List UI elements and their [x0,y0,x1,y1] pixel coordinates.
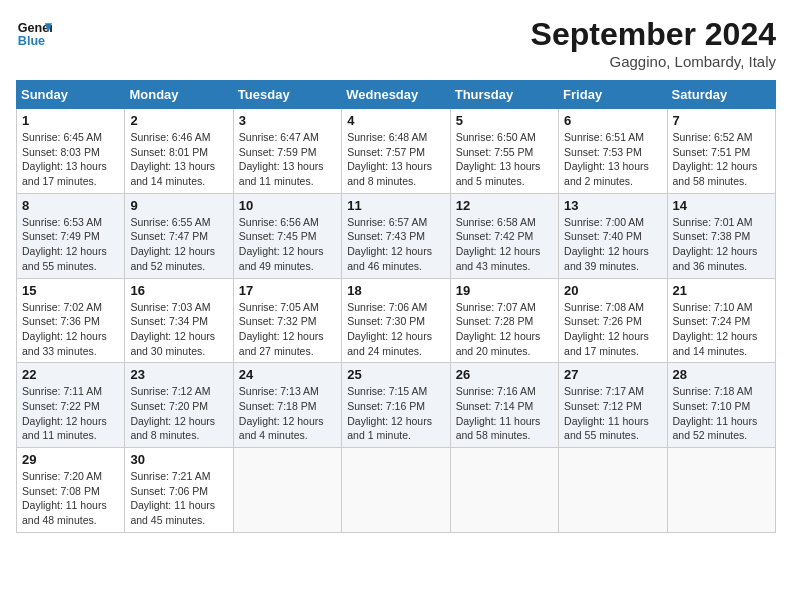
week-row-4: 22Sunrise: 7:11 AMSunset: 7:22 PMDayligh… [17,363,776,448]
day-info: Sunrise: 6:52 AMSunset: 7:51 PMDaylight:… [673,130,770,189]
day-info: Sunrise: 7:03 AMSunset: 7:34 PMDaylight:… [130,300,227,359]
day-cell: 25Sunrise: 7:15 AMSunset: 7:16 PMDayligh… [342,363,450,448]
day-number: 24 [239,367,336,382]
day-info: Sunrise: 6:53 AMSunset: 7:49 PMDaylight:… [22,215,119,274]
day-cell: 13Sunrise: 7:00 AMSunset: 7:40 PMDayligh… [559,193,667,278]
day-cell: 5Sunrise: 6:50 AMSunset: 7:55 PMDaylight… [450,109,558,194]
day-number: 9 [130,198,227,213]
day-info: Sunrise: 6:50 AMSunset: 7:55 PMDaylight:… [456,130,553,189]
day-cell: 29Sunrise: 7:20 AMSunset: 7:08 PMDayligh… [17,448,125,533]
day-cell: 21Sunrise: 7:10 AMSunset: 7:24 PMDayligh… [667,278,775,363]
day-number: 27 [564,367,661,382]
day-info: Sunrise: 7:16 AMSunset: 7:14 PMDaylight:… [456,384,553,443]
day-number: 29 [22,452,119,467]
day-cell: 2Sunrise: 6:46 AMSunset: 8:01 PMDaylight… [125,109,233,194]
day-info: Sunrise: 7:15 AMSunset: 7:16 PMDaylight:… [347,384,444,443]
day-number: 15 [22,283,119,298]
day-number: 3 [239,113,336,128]
day-info: Sunrise: 6:58 AMSunset: 7:42 PMDaylight:… [456,215,553,274]
day-info: Sunrise: 7:11 AMSunset: 7:22 PMDaylight:… [22,384,119,443]
day-info: Sunrise: 6:51 AMSunset: 7:53 PMDaylight:… [564,130,661,189]
week-row-1: 1Sunrise: 6:45 AMSunset: 8:03 PMDaylight… [17,109,776,194]
day-number: 26 [456,367,553,382]
day-info: Sunrise: 7:06 AMSunset: 7:30 PMDaylight:… [347,300,444,359]
day-info: Sunrise: 7:10 AMSunset: 7:24 PMDaylight:… [673,300,770,359]
day-info: Sunrise: 7:20 AMSunset: 7:08 PMDaylight:… [22,469,119,528]
column-header-saturday: Saturday [667,81,775,109]
day-cell: 14Sunrise: 7:01 AMSunset: 7:38 PMDayligh… [667,193,775,278]
day-number: 21 [673,283,770,298]
column-header-friday: Friday [559,81,667,109]
day-info: Sunrise: 6:47 AMSunset: 7:59 PMDaylight:… [239,130,336,189]
logo: General Blue [16,16,52,52]
day-info: Sunrise: 7:05 AMSunset: 7:32 PMDaylight:… [239,300,336,359]
day-number: 5 [456,113,553,128]
day-cell [450,448,558,533]
month-title: September 2024 [531,16,776,53]
day-cell: 19Sunrise: 7:07 AMSunset: 7:28 PMDayligh… [450,278,558,363]
day-number: 19 [456,283,553,298]
day-cell: 17Sunrise: 7:05 AMSunset: 7:32 PMDayligh… [233,278,341,363]
logo-icon: General Blue [16,16,52,52]
day-number: 16 [130,283,227,298]
day-cell: 24Sunrise: 7:13 AMSunset: 7:18 PMDayligh… [233,363,341,448]
day-number: 17 [239,283,336,298]
day-cell: 1Sunrise: 6:45 AMSunset: 8:03 PMDaylight… [17,109,125,194]
column-header-thursday: Thursday [450,81,558,109]
column-header-sunday: Sunday [17,81,125,109]
day-cell: 8Sunrise: 6:53 AMSunset: 7:49 PMDaylight… [17,193,125,278]
day-number: 2 [130,113,227,128]
day-number: 28 [673,367,770,382]
day-number: 4 [347,113,444,128]
day-cell [233,448,341,533]
day-info: Sunrise: 7:08 AMSunset: 7:26 PMDaylight:… [564,300,661,359]
day-cell: 18Sunrise: 7:06 AMSunset: 7:30 PMDayligh… [342,278,450,363]
day-cell: 26Sunrise: 7:16 AMSunset: 7:14 PMDayligh… [450,363,558,448]
column-header-tuesday: Tuesday [233,81,341,109]
day-info: Sunrise: 6:45 AMSunset: 8:03 PMDaylight:… [22,130,119,189]
day-info: Sunrise: 7:07 AMSunset: 7:28 PMDaylight:… [456,300,553,359]
day-number: 8 [22,198,119,213]
day-cell: 3Sunrise: 6:47 AMSunset: 7:59 PMDaylight… [233,109,341,194]
day-number: 22 [22,367,119,382]
day-info: Sunrise: 6:55 AMSunset: 7:47 PMDaylight:… [130,215,227,274]
day-cell: 12Sunrise: 6:58 AMSunset: 7:42 PMDayligh… [450,193,558,278]
day-cell: 15Sunrise: 7:02 AMSunset: 7:36 PMDayligh… [17,278,125,363]
day-cell: 4Sunrise: 6:48 AMSunset: 7:57 PMDaylight… [342,109,450,194]
day-info: Sunrise: 7:01 AMSunset: 7:38 PMDaylight:… [673,215,770,274]
day-info: Sunrise: 6:57 AMSunset: 7:43 PMDaylight:… [347,215,444,274]
week-row-3: 15Sunrise: 7:02 AMSunset: 7:36 PMDayligh… [17,278,776,363]
page-header: General Blue September 2024 Gaggino, Lom… [16,16,776,70]
day-number: 30 [130,452,227,467]
calendar-table: SundayMondayTuesdayWednesdayThursdayFrid… [16,80,776,533]
week-row-5: 29Sunrise: 7:20 AMSunset: 7:08 PMDayligh… [17,448,776,533]
day-cell [559,448,667,533]
day-info: Sunrise: 7:02 AMSunset: 7:36 PMDaylight:… [22,300,119,359]
day-info: Sunrise: 7:17 AMSunset: 7:12 PMDaylight:… [564,384,661,443]
day-number: 1 [22,113,119,128]
day-cell: 28Sunrise: 7:18 AMSunset: 7:10 PMDayligh… [667,363,775,448]
day-cell: 11Sunrise: 6:57 AMSunset: 7:43 PMDayligh… [342,193,450,278]
column-header-monday: Monday [125,81,233,109]
day-cell: 27Sunrise: 7:17 AMSunset: 7:12 PMDayligh… [559,363,667,448]
day-cell: 30Sunrise: 7:21 AMSunset: 7:06 PMDayligh… [125,448,233,533]
day-cell: 7Sunrise: 6:52 AMSunset: 7:51 PMDaylight… [667,109,775,194]
day-number: 11 [347,198,444,213]
location: Gaggino, Lombardy, Italy [531,53,776,70]
column-header-wednesday: Wednesday [342,81,450,109]
day-number: 13 [564,198,661,213]
day-cell: 6Sunrise: 6:51 AMSunset: 7:53 PMDaylight… [559,109,667,194]
week-row-2: 8Sunrise: 6:53 AMSunset: 7:49 PMDaylight… [17,193,776,278]
day-info: Sunrise: 7:00 AMSunset: 7:40 PMDaylight:… [564,215,661,274]
day-info: Sunrise: 7:21 AMSunset: 7:06 PMDaylight:… [130,469,227,528]
day-info: Sunrise: 7:18 AMSunset: 7:10 PMDaylight:… [673,384,770,443]
day-cell [667,448,775,533]
day-info: Sunrise: 6:46 AMSunset: 8:01 PMDaylight:… [130,130,227,189]
day-info: Sunrise: 6:48 AMSunset: 7:57 PMDaylight:… [347,130,444,189]
title-section: September 2024 Gaggino, Lombardy, Italy [531,16,776,70]
day-cell: 10Sunrise: 6:56 AMSunset: 7:45 PMDayligh… [233,193,341,278]
day-number: 14 [673,198,770,213]
day-cell: 23Sunrise: 7:12 AMSunset: 7:20 PMDayligh… [125,363,233,448]
svg-text:Blue: Blue [18,34,45,48]
day-number: 10 [239,198,336,213]
